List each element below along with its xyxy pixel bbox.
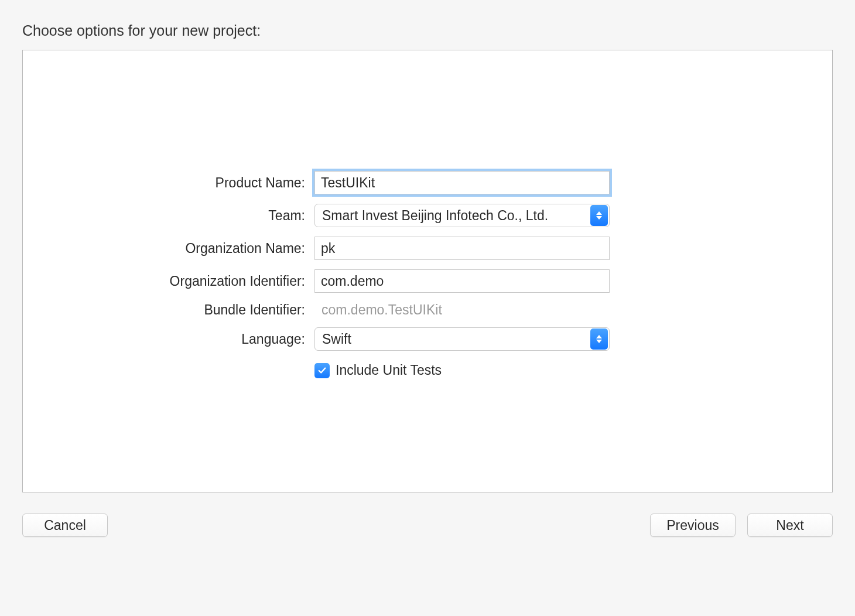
include-unit-tests-checkbox[interactable] bbox=[314, 363, 330, 378]
team-select[interactable]: Smart Invest Beijing Infotech Co., Ltd. bbox=[314, 204, 610, 227]
label-org-name: Organization Name: bbox=[23, 241, 314, 256]
row-bundle-identifier: Bundle Identifier: com.demo.TestUIKit bbox=[23, 302, 832, 318]
organization-identifier-input[interactable] bbox=[314, 269, 610, 293]
row-language: Language: Swift bbox=[23, 327, 832, 351]
checkmark-icon bbox=[318, 367, 326, 375]
team-select-value: Smart Invest Beijing Infotech Co., Ltd. bbox=[322, 208, 590, 224]
language-select[interactable]: Swift bbox=[314, 327, 610, 351]
updown-stepper-icon bbox=[590, 328, 608, 350]
bundle-identifier-value: com.demo.TestUIKit bbox=[314, 302, 442, 318]
product-name-input[interactable] bbox=[314, 171, 610, 194]
page-title: Choose options for your new project: bbox=[22, 22, 833, 39]
organization-name-input[interactable] bbox=[314, 237, 610, 260]
label-product-name: Product Name: bbox=[23, 175, 314, 191]
previous-button[interactable]: Previous bbox=[650, 514, 736, 537]
options-panel: Product Name: Team: Smart Invest Beijing… bbox=[22, 50, 833, 492]
row-product-name: Product Name: bbox=[23, 171, 832, 194]
row-org-identifier: Organization Identifier: bbox=[23, 269, 832, 293]
cancel-button[interactable]: Cancel bbox=[22, 514, 108, 537]
label-language: Language: bbox=[23, 331, 314, 347]
project-options-form: Product Name: Team: Smart Invest Beijing… bbox=[23, 171, 832, 378]
dialog-footer: Cancel Previous Next bbox=[22, 514, 833, 537]
row-team: Team: Smart Invest Beijing Infotech Co.,… bbox=[23, 204, 832, 227]
row-include-unit-tests: Include Unit Tests bbox=[23, 360, 832, 378]
row-org-name: Organization Name: bbox=[23, 237, 832, 260]
include-unit-tests-label: Include Unit Tests bbox=[336, 362, 442, 378]
label-bundle-identifier: Bundle Identifier: bbox=[23, 302, 314, 318]
updown-stepper-icon bbox=[590, 205, 608, 226]
next-button[interactable]: Next bbox=[747, 514, 833, 537]
language-select-value: Swift bbox=[322, 331, 590, 347]
label-team: Team: bbox=[23, 208, 314, 224]
label-org-identifier: Organization Identifier: bbox=[23, 273, 314, 289]
